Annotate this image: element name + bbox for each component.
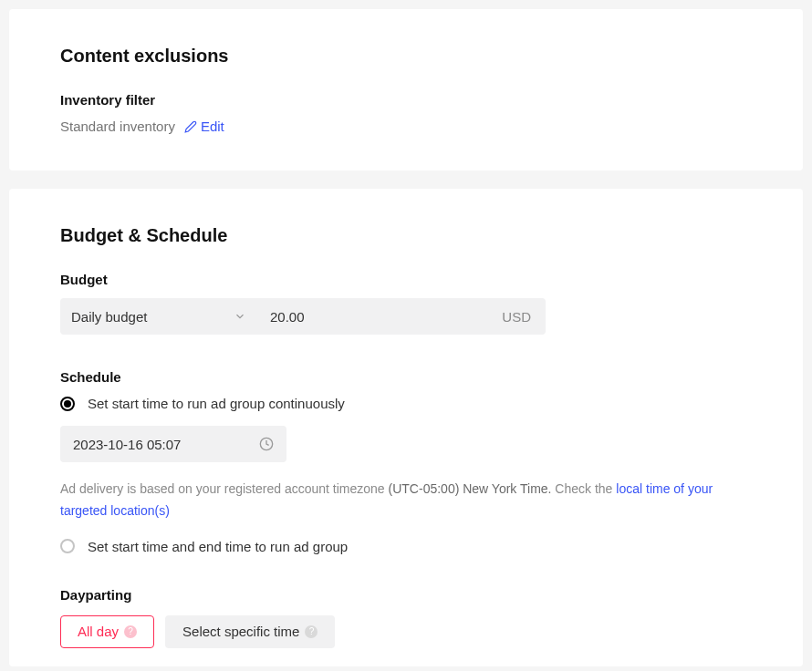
toggle-allday-label: All day bbox=[78, 624, 119, 639]
content-exclusions-title: Content exclusions bbox=[60, 46, 752, 67]
schedule-label: Schedule bbox=[60, 369, 752, 385]
inventory-value: Standard inventory bbox=[60, 119, 175, 134]
budget-type-select[interactable]: Daily budget bbox=[60, 298, 257, 335]
budget-label: Budget bbox=[60, 272, 752, 287]
radio-icon bbox=[60, 397, 75, 411]
budget-schedule-title: Budget & Schedule bbox=[60, 225, 752, 246]
start-datetime-input[interactable]: 2023-10-16 05:07 bbox=[60, 426, 286, 462]
inventory-row: Standard inventory Edit bbox=[60, 119, 752, 134]
help-timezone: (UTC-05:00) New York Time. bbox=[389, 481, 552, 496]
clock-icon bbox=[259, 437, 274, 451]
timezone-help-text: Ad delivery is based on your registered … bbox=[60, 479, 752, 522]
pencil-icon bbox=[184, 120, 197, 133]
help-prefix: Ad delivery is based on your registered … bbox=[60, 481, 389, 496]
radio-continuous-label: Set start time to run ad group continuou… bbox=[88, 396, 345, 411]
edit-inventory-link[interactable]: Edit bbox=[184, 119, 224, 134]
budget-amount-input[interactable] bbox=[257, 298, 487, 335]
dayparting-label: Dayparting bbox=[60, 587, 752, 603]
schedule-section: Schedule Set start time to run ad group … bbox=[60, 369, 752, 554]
radio-endtime-label: Set start time and end time to run ad gr… bbox=[88, 539, 348, 554]
radio-icon bbox=[60, 539, 75, 553]
help-icon[interactable]: ? bbox=[305, 625, 318, 638]
toggle-specific-time[interactable]: Select specific time ? bbox=[165, 615, 335, 648]
inventory-filter-label: Inventory filter bbox=[60, 92, 752, 108]
help-check: Check the bbox=[551, 481, 616, 496]
radio-continuous[interactable]: Set start time to run ad group continuou… bbox=[60, 396, 752, 411]
toggle-specific-label: Select specific time bbox=[182, 624, 299, 639]
content-exclusions-card: Content exclusions Inventory filter Stan… bbox=[9, 9, 803, 170]
dayparting-toggle-row: All day ? Select specific time ? bbox=[60, 615, 752, 648]
budget-type-value: Daily budget bbox=[71, 309, 147, 325]
radio-endtime[interactable]: Set start time and end time to run ad gr… bbox=[60, 539, 752, 554]
edit-label: Edit bbox=[201, 119, 224, 134]
chevron-down-icon bbox=[234, 310, 246, 323]
toggle-allday[interactable]: All day ? bbox=[60, 615, 154, 648]
budget-schedule-card: Budget & Schedule Budget Daily budget US… bbox=[9, 189, 803, 666]
datetime-value: 2023-10-16 05:07 bbox=[73, 437, 181, 452]
dayparting-section: Dayparting All day ? Select specific tim… bbox=[60, 587, 752, 648]
help-icon[interactable]: ? bbox=[124, 625, 137, 638]
budget-row: Daily budget USD bbox=[60, 298, 546, 335]
budget-currency: USD bbox=[487, 309, 546, 325]
